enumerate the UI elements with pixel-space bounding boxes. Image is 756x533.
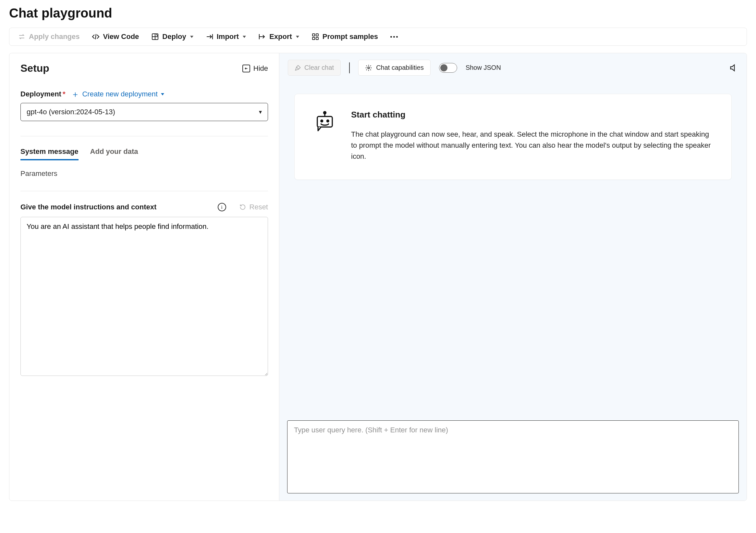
system-message-textarea[interactable] (20, 217, 268, 376)
import-icon (206, 33, 213, 41)
deployment-select[interactable]: gpt-4o (version:2024-05-13) ▾ (20, 103, 268, 121)
start-chatting-body: The chat playground can now see, hear, a… (351, 129, 713, 162)
svg-point-9 (321, 120, 323, 122)
setup-panel: Setup Hide Deployment* ＋ Create new depl… (10, 53, 279, 500)
chevron-down-icon (296, 36, 299, 38)
chevron-down-icon: ▾ (259, 108, 262, 116)
playground-split: Setup Hide Deployment* ＋ Create new depl… (9, 53, 747, 501)
swap-icon (18, 33, 26, 41)
deploy-button[interactable]: Deploy (151, 33, 193, 41)
clear-chat-button: Clear chat (288, 60, 341, 76)
create-deployment-button[interactable]: ＋ Create new deployment (71, 90, 164, 98)
collapse-icon (242, 65, 250, 72)
svg-rect-2 (316, 34, 318, 36)
divider (20, 136, 268, 136)
export-button[interactable]: Export (258, 33, 299, 41)
parameters-link[interactable]: Parameters (20, 169, 268, 178)
main-toolbar: Apply changes View Code Deploy Import (9, 28, 747, 46)
prompt-samples-label: Prompt samples (322, 33, 378, 41)
show-json-label: Show JSON (466, 64, 501, 71)
plus-icon: ＋ (71, 90, 79, 98)
chat-capabilities-button[interactable]: Chat capabilities (358, 60, 431, 76)
reset-button: Reset (239, 203, 268, 211)
deploy-icon (151, 33, 159, 41)
robot-icon (313, 110, 337, 135)
deployment-label: Deployment* (20, 90, 65, 98)
chat-panel: Clear chat Chat capabilities Show JSON (279, 53, 746, 500)
chevron-down-icon (243, 36, 246, 38)
svg-rect-1 (312, 34, 315, 36)
svg-rect-4 (316, 37, 318, 40)
grid-icon (311, 33, 319, 41)
chevron-down-icon (190, 36, 193, 38)
tab-system-message[interactable]: System message (20, 147, 78, 160)
export-icon (258, 33, 266, 41)
gear-icon (365, 64, 372, 71)
svg-point-5 (367, 67, 369, 69)
clear-chat-label: Clear chat (304, 64, 334, 71)
deployment-selected-value: gpt-4o (version:2024-05-13) (27, 108, 115, 116)
prompt-samples-button[interactable]: Prompt samples (311, 33, 378, 41)
broom-icon (295, 65, 301, 71)
apply-changes-button: Apply changes (18, 33, 79, 41)
start-chatting-card: Start chatting The chat playground can n… (294, 94, 732, 180)
speaker-button[interactable] (729, 63, 738, 72)
svg-rect-3 (312, 37, 315, 40)
chat-capabilities-label: Chat capabilities (376, 64, 424, 71)
more-menu-button[interactable] (390, 36, 398, 38)
view-code-label: View Code (103, 33, 139, 41)
instructions-label: Give the model instructions and context (20, 202, 156, 212)
chevron-down-icon (161, 93, 164, 96)
divider (20, 191, 268, 191)
import-label: Import (217, 33, 239, 41)
info-icon[interactable]: i (218, 203, 226, 211)
view-code-button[interactable]: View Code (92, 33, 139, 41)
setup-title: Setup (20, 62, 49, 74)
start-chatting-title: Start chatting (351, 110, 713, 120)
svg-point-10 (327, 120, 329, 122)
reset-label: Reset (250, 203, 268, 211)
hide-label: Hide (254, 64, 268, 73)
create-deployment-label: Create new deployment (82, 90, 157, 98)
page-title: Chat playground (9, 6, 747, 20)
export-label: Export (269, 33, 292, 41)
hide-panel-button[interactable]: Hide (242, 64, 268, 73)
deploy-label: Deploy (162, 33, 186, 41)
svg-point-6 (324, 112, 326, 114)
import-button[interactable]: Import (206, 33, 246, 41)
speaker-icon (729, 63, 738, 72)
user-query-input[interactable] (287, 420, 739, 493)
code-icon (92, 33, 100, 41)
divider (349, 62, 350, 73)
setup-tabs: System message Add your data (20, 147, 268, 160)
apply-changes-label: Apply changes (29, 33, 79, 41)
show-json-toggle[interactable] (439, 63, 457, 73)
chat-toolbar: Clear chat Chat capabilities Show JSON (286, 59, 740, 81)
tab-add-your-data[interactable]: Add your data (90, 147, 138, 160)
